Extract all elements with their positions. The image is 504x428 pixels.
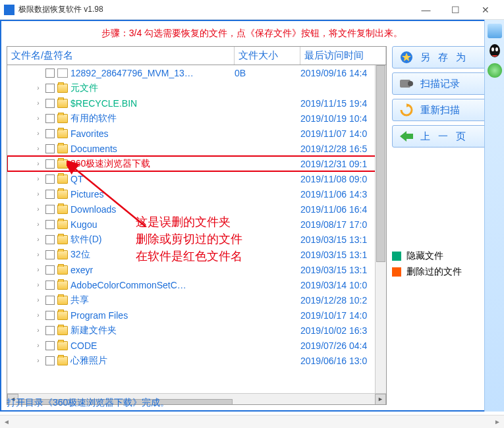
table-row[interactable]: ›Pictures2019/11/06 14:3 xyxy=(7,186,386,201)
table-row[interactable]: ›$RECYCLE.BIN2019/11/15 19:4 xyxy=(7,95,386,111)
expand-icon[interactable]: › xyxy=(34,160,43,167)
table-row[interactable]: ›软件(D)2019/03/15 13:1 xyxy=(7,232,386,247)
row-time: 2019/09/16 14:4 xyxy=(300,68,386,78)
tree-header: 文件名/盘符名 文件大小 最后访问时间 xyxy=(7,47,386,65)
row-checkbox[interactable] xyxy=(45,220,55,229)
expand-icon[interactable]: › xyxy=(34,311,43,319)
expand-icon[interactable]: › xyxy=(34,281,43,288)
row-checkbox[interactable] xyxy=(45,326,55,335)
prev-page-button[interactable]: 上 一 页 xyxy=(392,125,497,147)
maximize-button[interactable]: ☐ xyxy=(441,0,470,20)
row-checkbox[interactable] xyxy=(45,114,55,123)
row-time: 2019/08/17 17:0 xyxy=(300,219,386,230)
outer-scroll-right-icon[interactable]: ► xyxy=(491,415,504,428)
expand-icon[interactable]: › xyxy=(34,296,43,304)
qq-icon[interactable] xyxy=(488,43,502,58)
outer-horizontal-scrollbar[interactable]: ◄ ► xyxy=(0,415,504,428)
expand-icon[interactable]: › xyxy=(34,342,43,349)
folder-icon xyxy=(57,356,68,365)
row-checkbox[interactable] xyxy=(45,190,55,199)
table-row[interactable]: ›共享2019/12/28 10:2 xyxy=(7,292,386,308)
table-row[interactable]: ›360极速浏览器下载2019/12/31 09:1 xyxy=(7,156,386,171)
row-time: 2019/12/28 10:2 xyxy=(300,295,386,306)
expand-icon[interactable]: › xyxy=(34,327,43,334)
close-button[interactable]: ✕ xyxy=(470,0,500,20)
expand-icon[interactable]: › xyxy=(34,205,43,213)
outer-scroll-left-icon[interactable]: ◄ xyxy=(0,415,13,428)
arrow-left-icon xyxy=(399,129,414,144)
col-name[interactable]: 文件名/盘符名 xyxy=(7,47,235,65)
row-checkbox[interactable] xyxy=(45,159,55,169)
save-as-button[interactable]: 另 存 为 xyxy=(392,46,497,68)
row-checkbox[interactable] xyxy=(45,265,55,275)
table-row[interactable]: ›Favorites2019/11/07 14:0 xyxy=(7,126,386,141)
table-row[interactable]: ›元文件 xyxy=(7,80,386,95)
table-row[interactable]: ›有用的软件2019/10/19 10:4 xyxy=(7,111,386,126)
table-row[interactable]: ›QT2019/11/08 09:0 xyxy=(7,171,386,186)
minimize-button[interactable]: — xyxy=(411,0,441,20)
table-row[interactable]: ›Documents2019/12/28 16:5 xyxy=(7,141,386,156)
camera-icon xyxy=(399,76,414,91)
table-row[interactable]: ›Downloads2019/11/06 16:4 xyxy=(7,201,386,217)
table-row[interactable]: ›心雅照片2019/06/16 13:0 xyxy=(7,353,386,368)
expand-icon[interactable]: › xyxy=(34,115,43,122)
expand-icon[interactable]: › xyxy=(34,236,43,243)
folder-icon xyxy=(57,311,68,320)
folder-icon xyxy=(57,341,68,350)
folder-icon xyxy=(57,235,68,244)
table-row[interactable]: ›AdobeColorCommonSetC…2019/03/14 10:0 xyxy=(7,277,386,292)
expand-icon[interactable]: › xyxy=(34,266,43,273)
rescan-label: 重新扫描 xyxy=(420,104,460,117)
titlebar: 极限数据恢复软件 v1.98 — ☐ ✕ xyxy=(0,0,504,20)
row-checkbox[interactable] xyxy=(45,68,55,78)
row-checkbox[interactable] xyxy=(45,311,55,320)
table-row[interactable]: ›32位2019/03/15 13:1 xyxy=(7,247,386,262)
expand-icon[interactable]: › xyxy=(34,251,43,258)
row-checkbox[interactable] xyxy=(45,84,55,93)
scan-log-button[interactable]: 扫描记录 xyxy=(392,72,497,95)
row-checkbox[interactable] xyxy=(45,235,55,244)
table-row[interactable]: ›Program Files2019/10/17 14:0 xyxy=(7,308,386,323)
expand-icon[interactable]: › xyxy=(34,84,43,92)
row-checkbox[interactable] xyxy=(45,281,55,290)
row-checkbox[interactable] xyxy=(45,341,55,350)
row-checkbox[interactable] xyxy=(45,144,55,153)
row-checkbox[interactable] xyxy=(45,205,55,214)
sidebar: 另 存 为 扫描记录 重新扫描 上 一 页 xyxy=(392,46,497,405)
row-checkbox[interactable] xyxy=(45,250,55,259)
table-row[interactable]: ›Kugou2019/08/17 17:0 xyxy=(7,217,386,232)
expand-icon[interactable]: › xyxy=(34,175,43,182)
right-toolbar xyxy=(484,20,504,412)
table-row[interactable]: ›exeyr2019/03/15 13:1 xyxy=(7,262,386,277)
folder-icon xyxy=(57,281,68,290)
table-row[interactable]: ›CODE2019/07/26 04:4 xyxy=(7,338,386,353)
expand-icon[interactable]: › xyxy=(34,221,43,228)
row-checkbox[interactable] xyxy=(45,129,55,138)
expand-icon[interactable]: › xyxy=(34,190,43,198)
help-icon[interactable] xyxy=(488,63,502,78)
row-name: 32位 xyxy=(70,249,235,261)
tool-icon-1[interactable] xyxy=(488,24,502,38)
row-name: $RECYCLE.BIN xyxy=(70,98,235,109)
row-checkbox[interactable] xyxy=(45,174,55,184)
col-size[interactable]: 文件大小 xyxy=(235,47,300,65)
expand-icon[interactable]: › xyxy=(34,145,43,152)
table-row[interactable]: 12892_28647796_MVM_13…0B2019/09/16 14:4 xyxy=(7,65,386,80)
folder-icon xyxy=(57,220,68,229)
row-name: AdobeColorCommonSetC… xyxy=(70,280,235,290)
vertical-scrollbar[interactable] xyxy=(375,65,386,393)
row-time: 2019/12/31 09:1 xyxy=(300,159,386,169)
window-body: 步骤：3/4 勾选需要恢复的文件，点《保存文件》按钮，将文件复制出来。 文件名/… xyxy=(0,20,504,412)
table-row[interactable]: ›新建文件夹2019/10/02 16:3 xyxy=(7,323,386,338)
row-checkbox[interactable] xyxy=(45,296,55,305)
row-time: 2019/03/15 13:1 xyxy=(300,265,386,275)
row-time: 2019/03/14 10:0 xyxy=(300,280,386,290)
expand-icon[interactable]: › xyxy=(34,130,43,137)
rescan-button[interactable]: 重新扫描 xyxy=(392,99,497,121)
expand-icon[interactable]: › xyxy=(34,99,43,107)
col-time[interactable]: 最后访问时间 xyxy=(300,47,386,65)
row-checkbox[interactable] xyxy=(45,99,55,108)
scroll-right-icon[interactable]: ► xyxy=(375,394,386,405)
row-checkbox[interactable] xyxy=(45,356,55,365)
expand-icon[interactable]: › xyxy=(34,357,43,364)
